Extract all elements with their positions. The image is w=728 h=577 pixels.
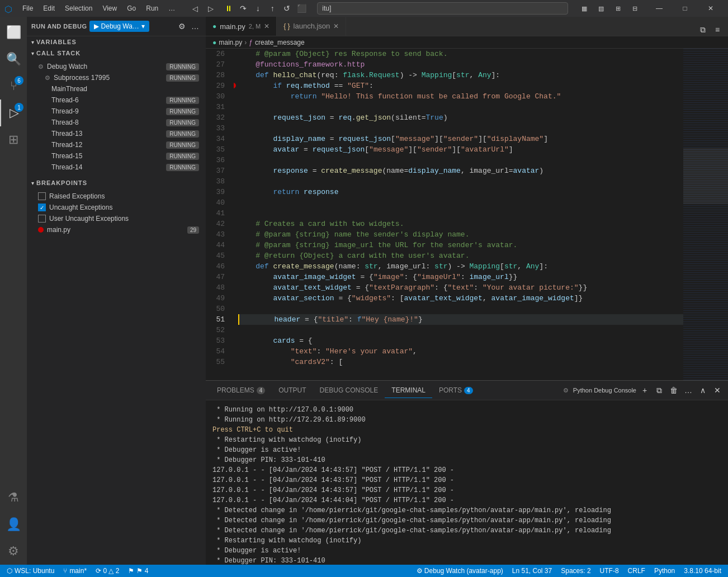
code-text: (name:	[334, 261, 365, 272]
activity-testing[interactable]: ⚗	[0, 484, 27, 511]
extensions-icon: ⊞	[8, 133, 18, 147]
layout3-button[interactable]: ⊞	[611, 3, 625, 14]
line-num-42: 42	[206, 219, 229, 229]
callstack-item-thread6[interactable]: Thread-6 RUNNING	[27, 94, 206, 106]
breakpoints-section-header[interactable]: ▾ BREAKPOINTS	[27, 177, 206, 188]
menu-run[interactable]: Run	[141, 3, 163, 13]
menu-view[interactable]: View	[98, 3, 121, 13]
panel-close-button[interactable]: ✕	[711, 384, 724, 396]
start-debug-button[interactable]: ▶ Debug Wa… ▾	[89, 21, 149, 32]
restart-button[interactable]: ↺	[280, 3, 294, 14]
menu-go[interactable]: Go	[122, 3, 140, 13]
callstack-item-thread8[interactable]: Thread-8 RUNNING	[27, 117, 206, 128]
terminal-content[interactable]: * Running on http://127.0.0.1:9000 * Run…	[206, 400, 728, 565]
callstack-item-thread12[interactable]: Thread-12 RUNNING	[27, 139, 206, 150]
code-text: , image_url:	[378, 261, 434, 272]
activity-search[interactable]: 🔍	[0, 46, 27, 73]
activity-source-control[interactable]: ⑂ 6	[0, 73, 27, 100]
callstack-item-thread15[interactable]: Thread-15 RUNNING	[27, 150, 206, 162]
uncaught-exceptions-checkbox[interactable]: ✓	[38, 204, 46, 211]
json-file-icon: { }	[283, 22, 290, 30]
callstack-item-thread14[interactable]: Thread-14 RUNNING	[27, 162, 206, 173]
callstack-item-thread13[interactable]: Thread-13 RUNNING	[27, 128, 206, 139]
layout-button[interactable]: ▦	[577, 3, 592, 14]
maximize-button[interactable]: □	[672, 0, 698, 17]
code-text: flask.Request	[343, 70, 399, 81]
step-into-button[interactable]: ↓	[251, 3, 264, 14]
callstack-item-debug-watch[interactable]: ⚙ Debug Watch RUNNING	[27, 61, 206, 72]
panel-maximize-button[interactable]: ∧	[697, 384, 709, 396]
callstack-label: Subprocess 17995	[54, 74, 110, 82]
menu-edit[interactable]: Edit	[39, 3, 59, 13]
debug-settings-button[interactable]: ⚙	[176, 20, 188, 32]
breadcrumb-file[interactable]: main.py	[219, 39, 242, 46]
status-sync[interactable]: ⟳ 0 △ 2	[93, 567, 121, 575]
breakpoint-user-uncaught[interactable]: User Uncaught Exceptions	[27, 213, 206, 224]
panel-tab-ports[interactable]: PORTS 4	[432, 383, 480, 398]
menu-selection[interactable]: Selection	[60, 3, 97, 13]
status-git-branch[interactable]: ⑂ main*	[61, 567, 89, 575]
tab-mainpy[interactable]: ● main.py 2, M ✕	[206, 17, 277, 36]
callstack-item-thread9[interactable]: Thread-9 RUNNING	[27, 106, 206, 117]
activity-run-debug[interactable]: ▷ 1	[0, 100, 27, 126]
tab-close-button[interactable]: ✕	[264, 22, 270, 30]
code-line-26: # @param {Object} res Response to send b…	[238, 49, 683, 59]
status-wsl[interactable]: ⬡ WSL: Ubuntu	[4, 567, 56, 575]
panel-more-button[interactable]: …	[682, 384, 694, 396]
status-language[interactable]: Python	[652, 567, 677, 575]
layout4-button[interactable]: ⊟	[627, 3, 642, 14]
breakpoint-uncaught-exceptions[interactable]: ✓ Uncaught Exceptions	[27, 202, 206, 213]
back-button[interactable]: ◁	[188, 3, 202, 14]
activity-extensions[interactable]: ⊞	[0, 126, 27, 153]
panel-tab-problems[interactable]: PROBLEMS 4	[210, 383, 272, 398]
close-button[interactable]: ✕	[698, 0, 724, 17]
terminal-split-button[interactable]: ⧉	[653, 384, 665, 396]
chevron-down-icon: ▾	[141, 22, 145, 30]
panel-tab-output[interactable]: OUTPUT	[272, 383, 313, 398]
code-content[interactable]: # @param {Object} res Response to send b…	[234, 49, 683, 380]
terminal-line-4: * Restarting with watchdog (inotify)	[212, 435, 721, 445]
status-position[interactable]: Ln 51, Col 37	[510, 567, 554, 575]
menu-more[interactable]: …	[164, 3, 179, 13]
activity-explorer[interactable]: ⬜	[0, 19, 27, 46]
split-editor-button[interactable]: ⧉	[697, 23, 709, 36]
minimize-button[interactable]: —	[646, 0, 672, 17]
panel-tab-debug-console[interactable]: DEBUG CONSOLE	[313, 383, 385, 398]
variables-section-header[interactable]: ▾ VARIABLES	[27, 36, 206, 48]
code-text: avatar_text_widget	[404, 293, 482, 304]
status-errors[interactable]: ⚑ ⚑ 4	[126, 567, 150, 575]
terminal-line-13: * Detected change in '/home/pierrick/git…	[212, 526, 721, 536]
activity-settings[interactable]: ⚙	[0, 538, 27, 565]
step-over-button[interactable]: ↷	[237, 3, 250, 14]
status-line-ending[interactable]: CRLF	[626, 567, 647, 575]
stop-button[interactable]: ⬛	[295, 3, 308, 14]
forward-button[interactable]: ▷	[204, 3, 218, 14]
status-debug-watch[interactable]: ⚙ Debug Watch (avatar-app)	[414, 567, 505, 575]
activity-accounts[interactable]: 👤	[0, 511, 27, 538]
uncaught-exceptions-label: Uncaught Exceptions	[49, 204, 112, 211]
user-uncaught-checkbox[interactable]	[38, 215, 46, 223]
more-actions-button[interactable]: ≡	[711, 23, 724, 36]
search-bar[interactable]: itu]	[317, 2, 568, 15]
debug-more-button[interactable]: …	[189, 20, 201, 32]
breadcrumb-function[interactable]: create_message	[255, 39, 305, 46]
status-python-version[interactable]: 3.8.10 64-bit	[682, 567, 724, 575]
step-out-button[interactable]: ↑	[266, 3, 279, 14]
status-spaces[interactable]: Spaces: 2	[559, 567, 593, 575]
tab-close-button[interactable]: ✕	[333, 22, 339, 30]
breakpoint-raised-exceptions[interactable]: Raised Exceptions	[27, 191, 206, 202]
add-terminal-button[interactable]: +	[639, 384, 651, 396]
source-control-badge: 6	[15, 76, 23, 85]
terminal-kill-button[interactable]: 🗑	[668, 384, 680, 396]
tab-launch-json[interactable]: { } launch.json ✕	[277, 17, 346, 36]
callstack-item-subprocess[interactable]: ⚙ Subprocess 17995 RUNNING	[27, 72, 206, 83]
pause-button[interactable]: ⏸	[222, 3, 235, 14]
breakpoint-mainpy[interactable]: main.py 29	[27, 224, 206, 235]
layout2-button[interactable]: ▧	[594, 3, 608, 14]
panel-tab-terminal[interactable]: TERMINAL	[385, 383, 432, 398]
callstack-section-header[interactable]: ▾ CALL STACK	[27, 48, 206, 59]
status-encoding[interactable]: UTF-8	[598, 567, 621, 575]
callstack-item-mainthread[interactable]: MainThread	[27, 83, 206, 94]
raised-exceptions-checkbox[interactable]	[38, 192, 46, 200]
menu-file[interactable]: File	[18, 3, 37, 13]
